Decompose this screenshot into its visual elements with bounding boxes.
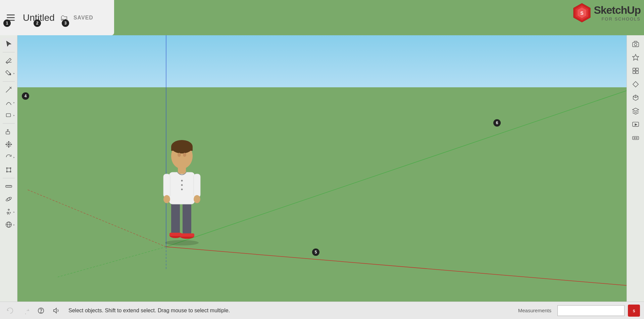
geo-tool[interactable] [2,219,15,231]
walk-tool[interactable] [2,206,15,218]
bottom-bar: Select objects. Shift to extend select. … [0,302,644,319]
badge-2: 2 [34,19,41,27]
svg-rect-32 [636,68,638,71]
svg-marker-11 [11,144,12,145]
iso-view-button[interactable] [629,92,642,104]
svg-text:S: S [581,10,584,16]
svg-rect-7 [6,132,9,134]
shapes-tool[interactable] [2,109,15,121]
svg-point-14 [10,168,11,169]
scenes-panel-button[interactable] [629,119,642,131]
svg-marker-10 [5,144,6,145]
badge-6: 6 [493,119,501,127]
toolbar-divider-4 [3,178,15,178]
layers-panel-button[interactable] [629,105,642,117]
canvas-area[interactable] [17,35,627,302]
camera-panel-button[interactable] [629,38,642,50]
measurements-input[interactable] [557,305,625,316]
move-tool[interactable] [2,138,15,150]
toolbar-divider-2 [3,81,15,82]
standard-views-button[interactable] [629,78,642,90]
svg-rect-33 [633,71,635,74]
tape-measure-tool[interactable] [2,180,15,192]
svg-rect-6 [6,113,10,117]
badge-1: 1 [3,19,11,27]
svg-rect-17 [5,185,11,187]
svg-point-15 [6,171,7,172]
badge-3: 3 [62,19,69,27]
pencil-tool[interactable] [2,84,15,96]
svg-marker-30 [632,54,638,60]
saved-status: SAVED [73,15,93,21]
sketchup-bottom-icon: S [628,305,640,317]
svg-point-23 [5,196,12,202]
toolbar-divider-1 [3,52,15,52]
instructor-button[interactable] [50,305,62,317]
components-panel-button[interactable] [629,65,642,77]
orbit-tool[interactable] [2,193,15,205]
svg-rect-12 [7,168,10,172]
sketchup-logo-icon: S [573,3,591,23]
logo-forschools-text: FOR SCHOOLS [594,16,641,21]
rotate-tool[interactable] [2,151,15,163]
arc-tool[interactable] [2,96,15,108]
svg-rect-31 [633,68,635,71]
svg-line-36 [636,96,638,98]
svg-point-16 [10,171,11,172]
paint-tool[interactable] [2,67,15,79]
right-panel [627,35,644,302]
toolbar-divider-3 [3,123,15,124]
scale-tool[interactable] [2,164,15,176]
svg-rect-28 [632,42,638,47]
pushpull-tool[interactable] [2,126,15,138]
svg-point-70 [41,312,41,313]
svg-point-41 [636,137,637,139]
badge-4: 4 [22,92,29,100]
svg-line-37 [633,96,635,98]
svg-rect-34 [636,71,638,74]
select-tool[interactable] [2,38,15,50]
svg-point-29 [634,43,637,46]
svg-marker-8 [8,141,9,142]
header-bar: Untitled 🗂 SAVED [0,0,114,35]
app-logo: S SketchUp FOR SCHOOLS [573,3,641,23]
sky-background [17,35,627,96]
redo-button[interactable] [19,305,32,317]
left-toolbar [0,35,17,302]
styles-panel-button[interactable] [629,51,642,63]
eraser-tool[interactable] [2,54,15,66]
vr-button[interactable] [629,132,642,144]
svg-text:S: S [633,309,635,313]
svg-marker-39 [635,124,637,126]
status-bar-text: Select objects. Shift to extend select. … [66,308,515,314]
logo-sketchup-text: SketchUp [594,4,641,16]
badge-5: 5 [312,248,319,256]
svg-point-24 [8,209,9,211]
svg-point-13 [6,168,7,169]
undo-button[interactable] [4,305,16,317]
svg-point-40 [634,137,635,139]
help-button[interactable] [35,305,47,317]
measurements-label: Measurements [518,308,554,313]
svg-marker-9 [8,146,9,147]
ground-plane [17,87,627,302]
